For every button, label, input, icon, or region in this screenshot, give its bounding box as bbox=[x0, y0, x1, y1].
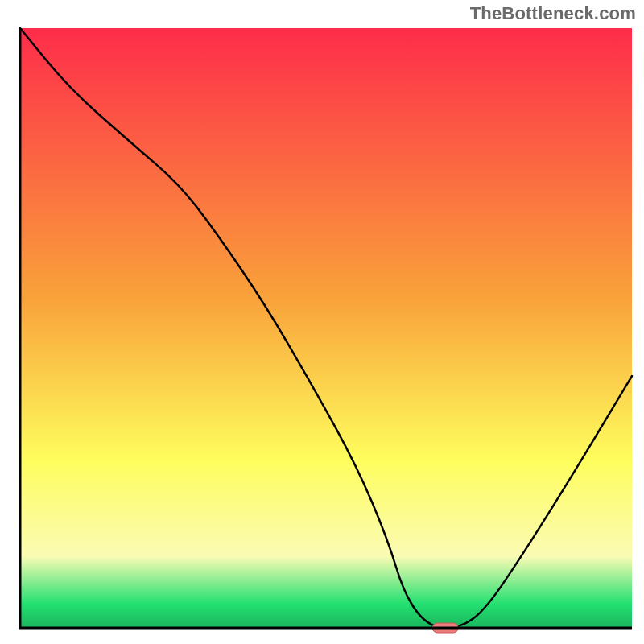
chart-container: TheBottleneck.com bbox=[0, 0, 644, 644]
gradient-background bbox=[20, 28, 632, 628]
watermark-label: TheBottleneck.com bbox=[470, 3, 636, 24]
bottleneck-chart bbox=[0, 0, 644, 644]
